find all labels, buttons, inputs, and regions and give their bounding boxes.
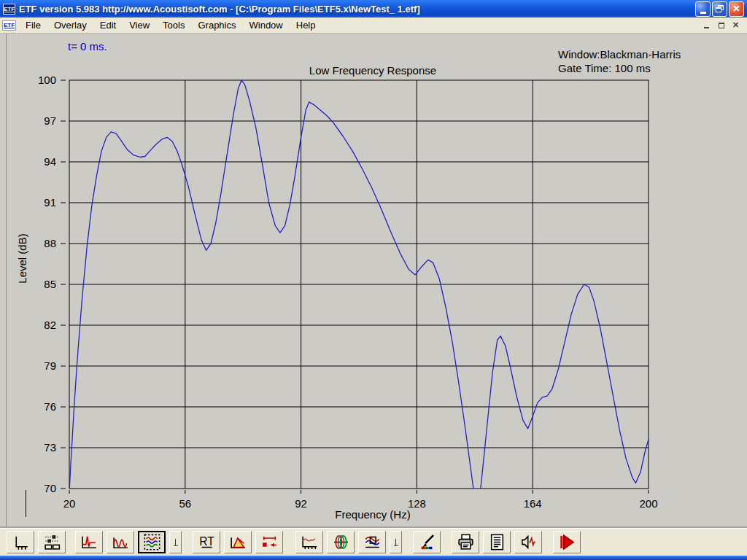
menu-items: FileOverlayEditViewToolsGraphicsWindowHe…	[19, 18, 322, 32]
mdi-controls: ✕	[700, 20, 745, 31]
menu-item-edit[interactable]: Edit	[93, 18, 123, 32]
smoothed-curve-icon	[301, 533, 319, 551]
y-tick-label-76: 76	[44, 400, 56, 413]
menu-item-window[interactable]: Window	[243, 18, 290, 32]
svg-text:RT: RT	[199, 535, 214, 548]
mdi-close-icon: ✕	[732, 20, 739, 30]
impulse-response-button[interactable]	[75, 531, 103, 553]
menu-item-file[interactable]: File	[19, 18, 47, 32]
response-curve	[69, 80, 649, 498]
mdi-minimize-button[interactable]	[700, 20, 713, 31]
run-measurement-button[interactable]	[553, 531, 581, 553]
waterfall-icon	[229, 533, 247, 551]
corner-axis-icon	[391, 534, 400, 551]
bottom-toolbar: RT	[0, 528, 747, 556]
mdi-minimize-icon	[704, 27, 709, 28]
x-tick-label-20: 20	[63, 497, 76, 510]
mdi-app-icon[interactable]: ETF	[2, 20, 16, 31]
sliders-icon	[43, 533, 61, 551]
y-tick-label-82: 82	[44, 319, 56, 331]
axes-icon	[12, 533, 30, 551]
document-icon	[488, 533, 506, 551]
frequency-response-button[interactable]	[138, 531, 166, 553]
app-window: ETF ETF version 5.983 http://www.Acousti…	[0, 0, 747, 560]
report-button[interactable]	[483, 531, 511, 553]
menu-item-help[interactable]: Help	[290, 18, 322, 32]
speaker-icon	[519, 533, 538, 551]
speaker-test-button[interactable]	[514, 531, 542, 553]
y-tick-label-70: 70	[44, 482, 56, 494]
window-function-label: Window:Blackman-Harris	[558, 47, 681, 61]
toolbar-buttons: RT	[7, 531, 584, 553]
mdi-restore-button[interactable]	[715, 20, 727, 31]
minimize-button[interactable]	[695, 1, 711, 17]
window-gate-annotation: Window:Blackman-Harris Gate Time: 100 ms	[558, 47, 681, 75]
mdi-restore-icon	[719, 23, 724, 28]
chart-area: 20569212816420010097949188858279767370 t…	[0, 34, 747, 528]
window-bottom-border	[0, 556, 747, 560]
close-button[interactable]: ✕	[729, 1, 744, 17]
gate-arrows-icon	[260, 533, 279, 551]
phase-button[interactable]	[327, 531, 355, 553]
rt-icon: RT	[198, 533, 216, 551]
menu-item-view[interactable]: View	[123, 18, 156, 32]
y-tick-label-73: 73	[44, 441, 56, 454]
rt60-button[interactable]: RT	[193, 531, 220, 553]
menu-item-overlay[interactable]: Overlay	[47, 18, 93, 32]
y-axis-label: Level (dB)	[16, 204, 28, 314]
x-axis-label: Frequency (Hz)	[83, 508, 662, 521]
title-bar: ETF ETF version 5.983 http://www.Acousti…	[0, 0, 747, 18]
y-tick-label-91: 91	[44, 196, 56, 209]
graph-axes-button[interactable]	[7, 531, 34, 553]
close-icon: ✕	[732, 4, 740, 14]
gate-time-button[interactable]	[255, 531, 283, 553]
overlay-compare-button[interactable]	[358, 531, 386, 553]
menu-item-graphics[interactable]: Graphics	[191, 18, 242, 32]
print-button[interactable]	[452, 531, 479, 553]
brush-icon	[418, 533, 436, 551]
sine-sweep-button[interactable]	[107, 531, 134, 553]
overlay-icon	[363, 533, 382, 551]
app-icon[interactable]: ETF	[3, 4, 15, 15]
menu-item-tools[interactable]: Tools	[156, 18, 191, 32]
y-tick-label-94: 94	[44, 155, 56, 168]
gate-time-label: Gate Time: 100 ms	[558, 61, 681, 75]
corner-marker-2-button[interactable]	[390, 531, 402, 553]
waterfall-button[interactable]	[224, 531, 252, 553]
restore-icon	[716, 5, 724, 12]
y-tick-label-79: 79	[44, 359, 56, 372]
minimize-icon	[700, 12, 706, 14]
time-annotation: t= 0 ms.	[68, 40, 107, 52]
mdi-close-button[interactable]: ✕	[729, 20, 742, 31]
impulse-icon	[80, 533, 98, 551]
multicurve-icon	[143, 533, 161, 551]
printer-icon	[457, 533, 475, 551]
window-title: ETF version 5.983 http://www.Acoustisoft…	[19, 4, 695, 15]
y-tick-label-97: 97	[44, 114, 56, 127]
restore-button[interactable]	[712, 1, 727, 17]
phase-loops-icon	[332, 533, 350, 551]
play-icon	[558, 533, 576, 551]
color-settings-button[interactable]	[413, 531, 441, 553]
level-settings-button[interactable]	[38, 531, 66, 553]
y-tick-label-100: 100	[38, 74, 56, 86]
corner-axis-icon	[171, 534, 180, 551]
y-tick-label-88: 88	[44, 237, 56, 249]
y-tick-label-85: 85	[44, 278, 56, 290]
smoothed-response-button[interactable]	[295, 531, 323, 553]
menu-bar: ETF FileOverlayEditViewToolsGraphicsWind…	[0, 18, 747, 34]
corner-marker-button[interactable]	[169, 531, 182, 553]
axis-corner-mark	[26, 490, 26, 517]
frequency-response-plot: 20569212816420010097949188858279767370	[0, 34, 747, 528]
sine-icon	[112, 533, 130, 551]
